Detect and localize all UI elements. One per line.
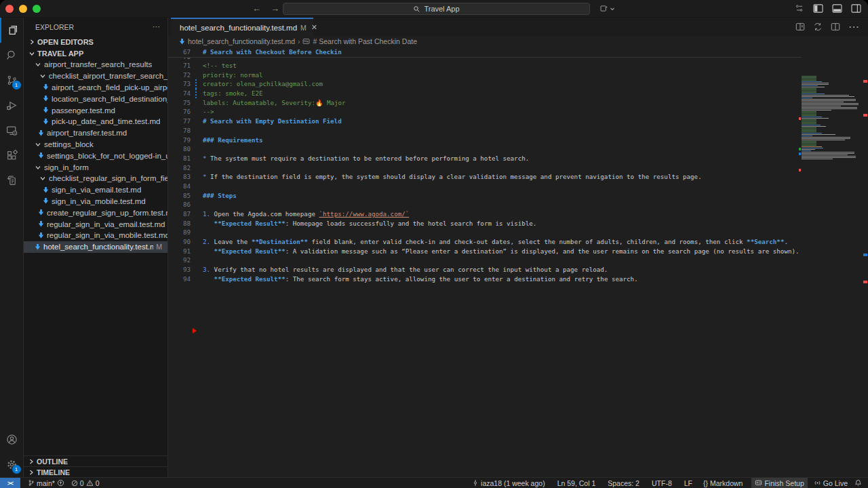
explorer-actions-icon[interactable]: ⋯ (153, 22, 161, 31)
tree-item[interactable]: create_regular_sign_up_form.test.md (24, 207, 167, 218)
code-line[interactable]: 84 (168, 182, 868, 191)
open-preview-icon[interactable] (795, 22, 805, 31)
tree-item[interactable]: sign_in_via_mobile.test.md (24, 196, 167, 207)
minimize-window-button[interactable] (19, 5, 27, 13)
code-line[interactable]: 871. Open the Agoda.com homepage `https:… (168, 209, 868, 219)
tree-item[interactable]: hotel_search_functionality.test.mdM (24, 241, 167, 253)
open-remote-window-icon[interactable] (599, 4, 608, 13)
run-debug-icon[interactable] (0, 93, 24, 118)
navigate-forward-icon[interactable]: → (271, 3, 279, 14)
code-lines[interactable]: 71<!-- test72priority: normal73creator: … (168, 61, 868, 284)
tree-item[interactable]: regular_sign_in_via_mobile.test.md (24, 230, 167, 241)
search-view-icon[interactable] (0, 43, 24, 68)
tree-item[interactable]: settings_block (24, 139, 167, 150)
git-branch-item[interactable]: main* (24, 478, 68, 488)
explorer-icon[interactable] (0, 18, 24, 43)
markdown-file-icon (179, 39, 185, 45)
test-docs-extension-icon[interactable] (0, 168, 24, 193)
code-line[interactable]: 83* If the destination field is empty, t… (168, 172, 868, 182)
line-number: 86 (168, 200, 191, 209)
accounts-icon[interactable] (0, 427, 24, 452)
extensions-icon[interactable] (0, 143, 24, 168)
navigate-back-icon[interactable]: ← (252, 3, 261, 14)
line-number: 72 (168, 70, 191, 80)
eol-item[interactable]: LF (681, 478, 696, 488)
cursor-position-item[interactable]: Ln 59, Col 1 (554, 478, 599, 488)
code-line[interactable]: 74tags: smoke, E2E (168, 89, 868, 98)
code-line[interactable]: 73creator: olena_pchilka@gmail.com (168, 79, 868, 89)
git-blame-item[interactable]: iaza18 (1 week ago) (469, 478, 549, 488)
overview-ruler[interactable] (863, 47, 868, 477)
code-line[interactable]: 76--> (168, 107, 868, 117)
tree-item[interactable]: checklist_airport_transfer_search_fie... (24, 70, 167, 82)
tree-item[interactable]: sign_in_form (24, 161, 167, 173)
open-changes-icon[interactable] (813, 22, 823, 31)
code-line[interactable]: 902. Leave the **Destination** field bla… (168, 237, 868, 247)
finish-setup-item[interactable]: Finish Setup (751, 478, 807, 488)
code-line[interactable]: 79### Requirements (168, 136, 868, 145)
minimap[interactable] (802, 76, 861, 347)
chevron-down-icon (35, 142, 41, 147)
tree-item[interactable]: airport_search_field_pick-up_airpor... (24, 82, 167, 94)
line-number: 79 (168, 136, 191, 145)
code-line[interactable]: 89 (168, 228, 868, 237)
toggle-secondary-sidebar-icon[interactable] (851, 4, 861, 13)
notifications-item[interactable] (851, 478, 865, 488)
code-line[interactable]: 91 **Expected Result**: A validation mes… (168, 247, 868, 256)
tree-item[interactable]: sign_in_via_email.test.md (24, 184, 167, 196)
language-mode-item[interactable]: {} Markdown (700, 478, 746, 488)
command-center-title: Travel App (424, 5, 459, 13)
indentation-item[interactable]: Spaces: 2 (604, 478, 643, 488)
breadcrumb-file[interactable]: hotel_search_functionality.test.md (188, 37, 295, 45)
macos-traffic-lights (5, 5, 41, 13)
code-line[interactable]: 81* The system must require a destinatio… (168, 154, 868, 163)
line-number: 94 (168, 274, 191, 284)
remote-indicator[interactable]: >< (0, 478, 20, 488)
tree-item[interactable]: regular_sign_in_via_email.test.md (24, 218, 167, 230)
problems-item[interactable]: 0 0 (68, 478, 103, 488)
code-line[interactable]: 85### Steps (168, 191, 868, 201)
code-line[interactable]: 86 (168, 200, 868, 209)
code-line[interactable]: 72priority: normal (168, 70, 868, 80)
code-line[interactable]: 88 **Expected Result**: Homepage loads s… (168, 219, 868, 228)
tree-item[interactable]: settings_block_for_not_logged-in_us... (24, 150, 167, 161)
sticky-scroll-line[interactable]: 67 # Search with Checkout Before Checkin (168, 47, 802, 58)
toggle-primary-sidebar-icon[interactable] (813, 4, 823, 13)
command-center[interactable]: Travel App (283, 3, 590, 15)
code-line[interactable]: 82 (168, 163, 868, 173)
tree-item[interactable]: airport_transfer_search_results (24, 59, 167, 70)
tree-item[interactable]: pick-up_date_and_time.test.md (24, 116, 167, 127)
code-line[interactable]: 78 (168, 126, 868, 136)
code-line[interactable]: 77# Search with Empty Destination Field (168, 117, 868, 126)
tree-item[interactable]: airport_transfer.test.md (24, 127, 167, 139)
code-line[interactable]: 71<!-- test (168, 61, 868, 70)
code-line[interactable]: 933. Verify that no hotel results are di… (168, 265, 868, 274)
outline-section[interactable]: OUTLINE (24, 455, 167, 466)
close-window-button[interactable] (5, 5, 14, 13)
source-control-icon[interactable]: 1 (0, 68, 24, 93)
close-tab-icon[interactable]: ✕ (311, 23, 317, 32)
editor[interactable]: 67 # Search with Checkout Before Checkin… (168, 47, 868, 477)
encoding-item[interactable]: UTF-8 (648, 478, 675, 488)
code-line[interactable]: 94 **Expected Result**: The search form … (168, 274, 868, 284)
tree-item[interactable]: location_search_field_destination_l... (24, 93, 167, 104)
breadcrumb-symbol[interactable]: # Search with Past Checkin Date (313, 37, 417, 45)
code-line[interactable]: 80 (168, 144, 868, 154)
toggle-panel-icon[interactable] (832, 4, 842, 13)
tree-item[interactable]: checklist_regular_sign_in_form_field... (24, 173, 167, 184)
breadcrumb[interactable]: hotel_search_functionality.test.md › # S… (168, 36, 868, 47)
tab-hotel-search-functionality[interactable]: hotel_search_functionality.test.md M ✕ (171, 18, 313, 36)
code-line[interactable]: 75labels: Automatable, Severity:🔥 Major (168, 98, 868, 108)
split-editor-icon[interactable] (831, 22, 840, 31)
open-editors-section[interactable]: OPEN EDITORS (24, 36, 167, 47)
more-actions-icon[interactable]: ⋯ (848, 20, 860, 33)
customize-layout-icon[interactable] (795, 4, 804, 13)
timeline-section[interactable]: TIMELINE (24, 466, 167, 477)
workspace-root-section[interactable]: TRAVEL APP (24, 47, 167, 59)
zoom-window-button[interactable] (33, 5, 41, 13)
settings-gear-icon[interactable]: 1 (0, 452, 24, 477)
go-live-item[interactable]: Go Live (810, 478, 851, 488)
code-line[interactable]: 92 (168, 256, 868, 265)
remote-explorer-icon[interactable] (0, 118, 24, 143)
tree-item[interactable]: passenger.test.md (24, 104, 167, 116)
